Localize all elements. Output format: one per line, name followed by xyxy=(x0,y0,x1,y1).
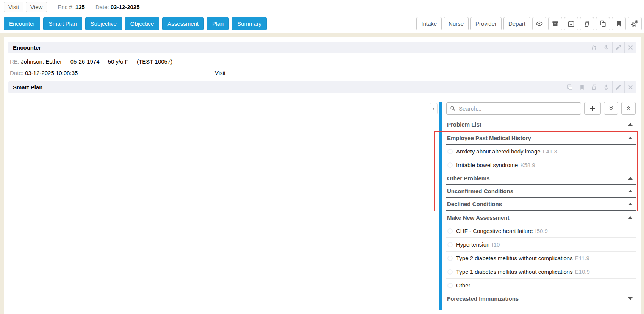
nav-toolbar: EncounterSmart PlanSubjectiveObjectiveAs… xyxy=(0,14,644,33)
close-button[interactable] xyxy=(624,81,636,93)
book-icon xyxy=(583,20,591,27)
book-button[interactable] xyxy=(588,81,600,93)
expand-all-button[interactable] xyxy=(604,102,618,115)
pencil-button[interactable] xyxy=(612,42,624,53)
encounter-number: Enc #:125 xyxy=(58,4,85,10)
add-button[interactable] xyxy=(584,102,601,115)
copy-button[interactable] xyxy=(596,17,610,30)
radio-icon[interactable] xyxy=(447,228,453,234)
eye-button[interactable] xyxy=(532,17,546,30)
chevrons-down-icon xyxy=(608,105,614,111)
section-label: Other Problems xyxy=(447,175,490,181)
bookmark-button[interactable] xyxy=(576,81,588,93)
panel-collapse-button[interactable] xyxy=(430,103,438,114)
condition-name: Other xyxy=(456,282,470,289)
close-icon xyxy=(627,44,634,51)
search-input[interactable] xyxy=(446,102,581,115)
condition-item[interactable]: Irritable bowel syndromeK58.9 xyxy=(446,158,636,172)
condition-item[interactable]: Type 2 diabetes mellitus without complic… xyxy=(446,252,636,265)
section-group: Problem List xyxy=(446,118,636,131)
nav-tab-objective[interactable]: Objective xyxy=(125,17,159,30)
plus-icon xyxy=(589,105,596,112)
book-button[interactable] xyxy=(580,17,594,30)
content-panel: Encounter RE: Johnson, Esther 05-26-1974… xyxy=(4,37,641,314)
caret-up-icon xyxy=(628,216,633,219)
section-list: Problem ListEmployee Past Medical Histor… xyxy=(446,118,636,305)
section-group: Make New AssessmentCHF - Congestive hear… xyxy=(446,211,636,305)
condition-item[interactable]: CHF - Congestive heart failureI50.9 xyxy=(446,224,636,238)
collapse-all-button[interactable] xyxy=(621,102,636,115)
patient-info-row: RE: Johnson, Esther 05-26-1974 50 y/o F … xyxy=(8,58,636,65)
bookmark-button[interactable] xyxy=(612,17,626,30)
condition-item[interactable]: Other xyxy=(446,279,636,292)
intake-button[interactable]: Intake xyxy=(416,17,442,30)
section-header-forecasted-immunizations[interactable]: Forecasted Immunizations xyxy=(446,292,636,305)
section-label: Unconfirmed Conditions xyxy=(447,188,513,194)
calendar-check-button[interactable] xyxy=(564,17,578,30)
nav-tab-subjective[interactable]: Subjective xyxy=(85,17,122,30)
book-icon xyxy=(591,44,597,51)
view-button[interactable]: View xyxy=(26,2,47,12)
microphone-button[interactable] xyxy=(600,81,612,93)
radio-icon[interactable] xyxy=(447,283,453,288)
book-button[interactable] xyxy=(588,42,600,53)
radio-icon[interactable] xyxy=(447,242,453,247)
radio-icon[interactable] xyxy=(447,269,453,275)
radio-icon[interactable] xyxy=(447,162,453,168)
encounter-header: Encounter xyxy=(8,42,636,53)
encounter-date-row: Date: 03-12-2025 10:08:35 Visit xyxy=(8,70,636,76)
nav-right-group: IntakeNurseProviderDepart xyxy=(416,17,642,30)
pencil-icon xyxy=(615,84,622,91)
close-button[interactable] xyxy=(624,42,636,53)
copy-button[interactable] xyxy=(564,81,576,93)
page-background: Encounter RE: Johnson, Esther 05-26-1974… xyxy=(0,33,644,314)
chevrons-up-icon xyxy=(625,105,631,111)
radio-icon[interactable] xyxy=(447,149,453,154)
nav-tab-encounter[interactable]: Encounter xyxy=(4,17,40,30)
close-icon xyxy=(627,84,634,91)
visit-button[interactable]: Visit xyxy=(4,2,23,12)
caret-up-icon xyxy=(628,177,633,180)
section-header-declined-conditions[interactable]: Declined Conditions xyxy=(446,198,636,211)
condition-name: Type 2 diabetes mellitus without complic… xyxy=(456,255,573,261)
icd-code: F41.8 xyxy=(543,148,557,155)
gears-icon xyxy=(631,20,638,27)
condition-item[interactable]: Anxiety about altered body imageF41.8 xyxy=(446,145,636,158)
eye-icon xyxy=(536,20,543,27)
nav-tab-smart-plan[interactable]: Smart Plan xyxy=(43,17,82,30)
condition-item[interactable]: HypertensionI10 xyxy=(446,238,636,252)
section-header-make-new-assessment[interactable]: Make New Assessment xyxy=(446,211,636,224)
copy-icon xyxy=(599,20,606,27)
microphone-button[interactable] xyxy=(600,42,612,53)
icd-code: I50.9 xyxy=(535,228,548,234)
encounter-title: Encounter xyxy=(13,44,41,51)
tool-icon-buttons xyxy=(532,17,642,30)
section-header-other-problems[interactable]: Other Problems xyxy=(446,172,636,185)
caret-left-icon xyxy=(431,107,436,111)
patient-dob: 05-26-1974 xyxy=(70,58,100,65)
condition-name: Irritable bowel syndrome xyxy=(456,162,518,168)
section-header-unconfirmed-conditions[interactable]: Unconfirmed Conditions xyxy=(446,185,636,198)
nav-tab-plan[interactable]: Plan xyxy=(207,17,229,30)
search-icon xyxy=(450,105,456,111)
condition-item[interactable]: Type 1 diabetes mellitus without complic… xyxy=(446,265,636,279)
section-header-employee-past-medical-history[interactable]: Employee Past Medical History xyxy=(446,132,636,145)
microphone-icon xyxy=(603,84,610,91)
gears-button[interactable] xyxy=(628,17,642,30)
section-header-problem-list[interactable]: Problem List xyxy=(446,118,636,131)
nurse-button[interactable]: Nurse xyxy=(444,17,469,30)
condition-name: Type 1 diabetes mellitus without complic… xyxy=(456,269,573,275)
encounter-date: Date:03-12-2025 xyxy=(95,4,140,10)
panel-content: Problem ListEmployee Past Medical Histor… xyxy=(446,102,636,305)
section-label: Make New Assessment xyxy=(447,214,510,221)
nav-tab-summary[interactable]: Summary xyxy=(232,17,267,30)
book-icon xyxy=(591,84,597,91)
depart-button[interactable]: Depart xyxy=(503,17,530,30)
nav-tab-assessment[interactable]: Assessment xyxy=(162,17,204,30)
smart-plan-header: Smart Plan xyxy=(8,81,636,93)
pencil-button[interactable] xyxy=(612,81,624,93)
section-label: Employee Past Medical History xyxy=(447,135,531,141)
radio-icon[interactable] xyxy=(447,256,453,261)
archive-button[interactable] xyxy=(548,17,562,30)
provider-button[interactable]: Provider xyxy=(470,17,502,30)
